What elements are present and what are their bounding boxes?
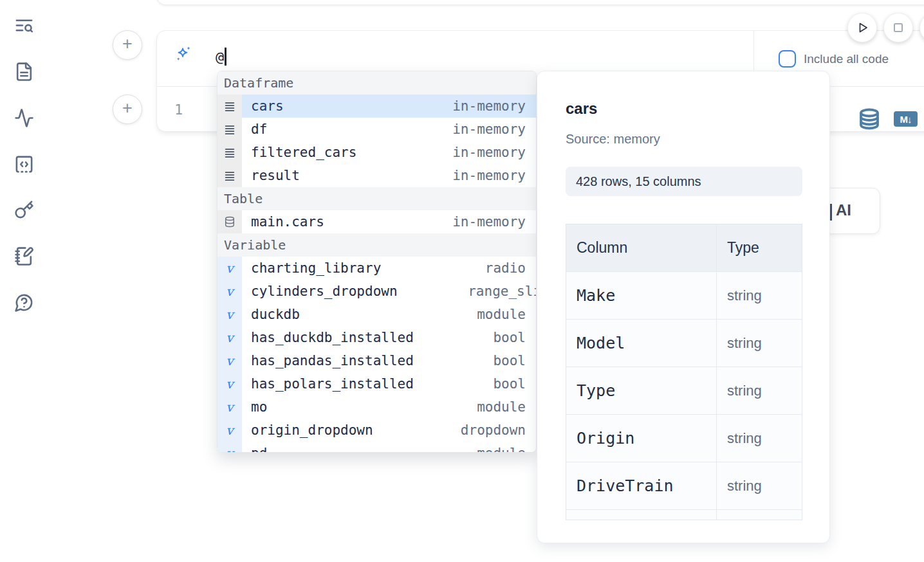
variable-icon: v (217, 326, 242, 349)
prompt-value: @ (216, 49, 224, 65)
completion-item[interactable]: vmomodule (217, 395, 536, 419)
stop-icon (890, 19, 907, 36)
completion-section-header: Table (217, 187, 536, 210)
file-text-icon (14, 62, 34, 84)
column-name: DriveTrain (577, 476, 674, 495)
completion-item-name: duckdb (242, 307, 477, 322)
completion-item[interactable]: carsin-memory (217, 95, 536, 118)
run-cell-button[interactable] (847, 13, 877, 42)
completion-item-name: charting_library (242, 260, 485, 276)
variable-icon: v (217, 303, 242, 326)
notebook-page: + + @ Include all code 1 (0, 0, 924, 562)
completion-section-header: Dataframe (217, 71, 536, 95)
sidebar-item-activity[interactable] (13, 108, 35, 130)
dataframe-icon (217, 118, 242, 141)
completion-item[interactable]: filtered_carsin-memory (217, 141, 536, 164)
ai-prompt-input[interactable]: @ (216, 48, 226, 66)
completion-item-type: module (477, 446, 536, 453)
variable-icon: v (217, 419, 242, 442)
sidebar-item-file-text[interactable] (13, 62, 35, 84)
preview-source: Source: memory (566, 132, 660, 147)
column-type: string (727, 478, 762, 494)
add-cell-below-button[interactable]: + (113, 95, 142, 124)
column-type: string (727, 383, 762, 399)
completion-item[interactable]: main.carsin-memory (217, 210, 536, 233)
dataframe-icon (217, 164, 242, 187)
variable-icon: v (226, 331, 233, 344)
play-icon (854, 19, 871, 36)
schema-row: Modelstring (566, 319, 802, 367)
completion-item-type: module (477, 307, 536, 322)
code-square-icon (14, 154, 34, 176)
completion-item[interactable]: vcharting_libraryradio (217, 257, 536, 280)
completion-item-name: origin_dropdown (242, 422, 461, 438)
schema-table: ColumnTypeMakestringModelstringTypestrin… (566, 224, 802, 520)
completion-item-name: df (242, 122, 452, 137)
completion-item-type: in-memory (452, 145, 536, 160)
completion-item[interactable]: vhas_pandas_installedbool (217, 349, 536, 372)
completion-item-name: cylinders_dropdown (242, 284, 468, 299)
variable-icon: v (217, 280, 242, 303)
completion-item[interactable]: vpdmodule (217, 442, 536, 453)
completion-item-type: in-memory (452, 168, 536, 183)
variable-icon: v (226, 447, 233, 453)
schema-header-row: ColumnType (566, 224, 802, 271)
database-icon (217, 210, 242, 233)
column-name: Type (577, 381, 615, 400)
column-type: string (727, 335, 762, 352)
include-all-code-checkbox[interactable] (779, 50, 796, 68)
completion-item[interactable]: vorigin_dropdowndropdown (217, 419, 536, 442)
sidebar-item-code-square[interactable] (13, 154, 35, 176)
variable-icon: v (217, 257, 242, 280)
completion-item-type: in-memory (452, 98, 536, 114)
text-cursor (225, 48, 226, 66)
add-cell-above-button[interactable]: + (113, 30, 142, 60)
sidebar-item-key[interactable] (13, 200, 35, 222)
stop-button[interactable] (883, 13, 913, 42)
completion-item-type: in-memory (452, 214, 536, 230)
dataframe-icon (217, 95, 242, 118)
column-type: string (727, 287, 762, 304)
completion-item-name: pd (242, 446, 477, 453)
key-icon (14, 200, 34, 222)
completion-item[interactable]: vhas_polars_installedbool (217, 372, 536, 395)
completion-item-type: module (477, 399, 536, 415)
variable-icon: v (226, 354, 233, 367)
completion-item[interactable]: vhas_duckdb_installedbool (217, 326, 536, 349)
completion-item-type: dropdown (461, 422, 536, 438)
database-icon[interactable] (858, 108, 880, 130)
sidebar-item-help-circle[interactable] (13, 293, 35, 314)
schema-row: Makestring (566, 271, 802, 319)
schema-row: Typestring (566, 367, 802, 414)
completion-item[interactable]: vduckdbmodule (217, 303, 536, 326)
variable-icon: v (217, 395, 242, 419)
preview-title: cars (566, 100, 597, 118)
dataframe-preview-panel: cars Source: memory 428 rows, 15 columns… (537, 71, 830, 543)
completion-item-name: cars (242, 98, 452, 114)
shape-badge: 428 rows, 15 columns (566, 167, 802, 196)
type-header: Type (716, 224, 802, 271)
dataframe-icon (217, 141, 242, 164)
variable-icon: v (217, 349, 242, 372)
autocomplete-popup: Dataframecarsin-memorydfin-memoryfiltere… (217, 71, 537, 453)
completion-item-name: main.cars (242, 214, 452, 230)
completion-item-type: bool (493, 353, 536, 368)
completion-item-name: result (242, 168, 452, 183)
completion-item[interactable]: dfin-memory (217, 118, 536, 141)
sidebar-item-notebook-pen[interactable] (13, 246, 35, 268)
variable-icon: v (226, 308, 233, 321)
variable-icon: v (226, 285, 233, 298)
activity-icon (14, 108, 34, 130)
sidebar-item-text-search[interactable] (13, 15, 35, 37)
column-name: Model (577, 334, 625, 352)
column-header: Column (566, 224, 716, 271)
completion-section-header: Variable (217, 233, 536, 257)
markdown-icon[interactable]: M↓ (894, 111, 918, 127)
notebook-pen-icon (14, 246, 34, 268)
schema-row-partial (566, 509, 802, 520)
help-circle-icon (14, 293, 34, 314)
completion-item-name: has_pandas_installed (242, 353, 493, 368)
output-toolbar: M↓ (858, 108, 918, 130)
completion-item[interactable]: vcylinders_dropdownrange_sli (217, 280, 536, 303)
completion-item[interactable]: resultin-memory (217, 164, 536, 187)
